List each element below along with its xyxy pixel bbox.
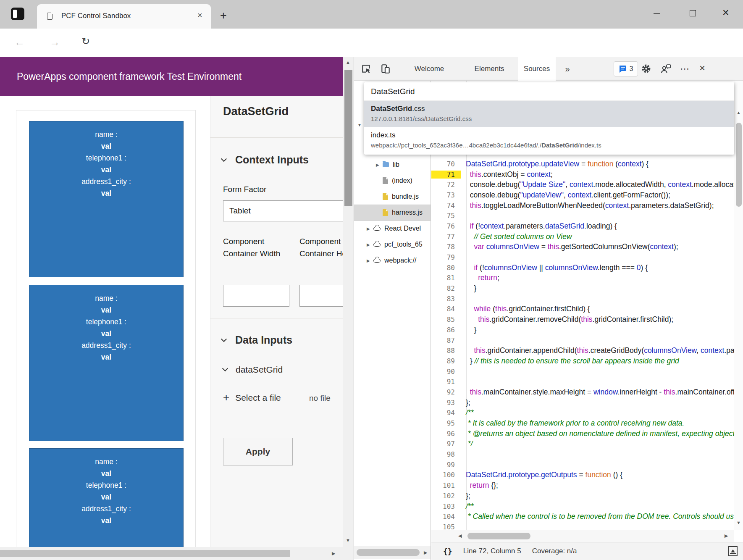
code-line[interactable]: 74 this.toggleLoadMoreButtonWhenNeeded(c…	[431, 200, 734, 211]
line-text[interactable]: /**	[461, 408, 473, 417]
line-text[interactable]: if (!context.parameters.dataSetGrid.load…	[461, 222, 617, 231]
line-text[interactable]: * Called when the control is to be remov…	[461, 512, 734, 521]
tree-item-harness-js[interactable]: harness.js	[354, 205, 431, 221]
line-text[interactable]: this.gridContainer.removeChild(this.grid…	[461, 315, 673, 324]
form-factor-select[interactable]: Tablet	[223, 200, 343, 221]
line-number[interactable]: 97	[431, 440, 461, 448]
line-text[interactable]: */	[461, 439, 473, 448]
code-line[interactable]: 89 } // this is needed to ensure the scr…	[431, 356, 734, 366]
scroll-down-icon[interactable]: ▼	[346, 538, 350, 543]
code-line[interactable]: 80 if (!columnsOnView || columnsOnView.l…	[431, 263, 734, 273]
browser-tab[interactable]: PCF Control Sandbox ×	[37, 4, 211, 29]
line-number[interactable]: 90	[431, 368, 461, 376]
back-icon[interactable]: ←	[14, 36, 25, 48]
code-line[interactable]: 78 var columnsOnView = this.getSortedCol…	[431, 242, 734, 252]
line-number[interactable]: 75	[431, 212, 461, 220]
scroll-left-icon[interactable]: ◀	[458, 533, 462, 539]
page-hscroll-thumb[interactable]	[0, 550, 290, 557]
quick-open-input[interactable]	[364, 82, 734, 101]
line-number[interactable]: 100	[431, 471, 461, 479]
code-line[interactable]: 95 * It is called by the framework prior…	[431, 418, 734, 429]
line-number[interactable]: 72	[431, 181, 461, 189]
line-text[interactable]: * It is called by the framework prior to…	[461, 419, 684, 428]
tab-close-icon[interactable]: ×	[197, 11, 202, 20]
line-text[interactable]: };	[461, 398, 470, 407]
code-line[interactable]: 71 this.contextObj = context;	[431, 169, 734, 180]
line-number[interactable]: 83	[431, 295, 461, 303]
line-number[interactable]: 74	[431, 202, 461, 210]
tab-sources[interactable]: Sources	[518, 57, 556, 81]
line-number[interactable]: 78	[431, 243, 461, 251]
navigator-hscroll-thumb[interactable]	[357, 549, 420, 556]
line-number[interactable]: 70	[431, 160, 461, 168]
code-line[interactable]: 87	[431, 335, 734, 346]
tab-elements[interactable]: Elements	[471, 57, 508, 81]
line-text[interactable]: var columnsOnView = this.getSortedColumn…	[461, 242, 678, 251]
dataset-grid-group[interactable]: dataSetGrid	[223, 365, 283, 375]
line-number[interactable]: 94	[431, 409, 461, 417]
line-number[interactable]: 96	[431, 430, 461, 438]
data-inputs-section[interactable]: Data Inputs	[222, 334, 292, 346]
devtools-menu-icon[interactable]: ⋯	[677, 57, 692, 81]
page-vertical-scrollbar[interactable]: ▲ ▼	[343, 57, 354, 547]
line-text[interactable]: DataSetGrid.prototype.getOutputs = funct…	[461, 471, 622, 479]
more-tabs-icon[interactable]: »	[560, 57, 575, 81]
tree-expand-icon[interactable]: ▶	[367, 258, 373, 263]
line-text[interactable]: return {};	[461, 481, 498, 490]
editor-hscroll-thumb[interactable]	[467, 533, 530, 539]
editor-vscroll-thumb[interactable]	[736, 123, 742, 207]
line-number[interactable]: 101	[431, 481, 461, 489]
tab-welcome[interactable]: Welcome	[411, 57, 447, 81]
refresh-icon[interactable]: ↻	[81, 35, 90, 47]
scroll-right-icon[interactable]: ▶	[424, 550, 427, 555]
line-number[interactable]: 105	[431, 523, 461, 530]
code-line[interactable]: 96 * @returns an object based on nomencl…	[431, 429, 734, 439]
page-horizontal-scrollbar[interactable]: ▶	[0, 547, 354, 560]
tree-expand-icon[interactable]: ▶	[376, 163, 383, 167]
code-line[interactable]: 101 return {};	[431, 480, 734, 491]
navigator-horizontal-scrollbar[interactable]: ▶	[354, 546, 431, 559]
show-drawer-icon[interactable]	[728, 546, 738, 556]
context-inputs-section[interactable]: Context Inputs	[222, 154, 309, 166]
line-number[interactable]: 93	[431, 399, 461, 407]
code-line[interactable]: 94/**	[431, 408, 734, 418]
line-number[interactable]: 98	[431, 450, 461, 458]
line-number[interactable]: 87	[431, 337, 461, 344]
line-number[interactable]: 73	[431, 191, 461, 199]
scroll-right-icon[interactable]: ▶	[725, 533, 728, 539]
line-number[interactable]: 92	[431, 388, 461, 396]
code-area[interactable]: 70DataSetGrid.prototype.updateView = fun…	[431, 159, 734, 530]
line-text[interactable]: /**	[461, 502, 473, 511]
line-number[interactable]: 76	[431, 222, 461, 230]
code-line[interactable]: 81 return;	[431, 273, 734, 284]
line-text[interactable]: console.debug("updateView", context.clie…	[461, 191, 670, 200]
window-maximize-button[interactable]	[690, 10, 696, 16]
line-number[interactable]: 86	[431, 326, 461, 334]
code-line[interactable]: 104 * Called when the control is to be r…	[431, 511, 734, 522]
select-file-button[interactable]: + Select a file	[223, 391, 281, 404]
line-number[interactable]: 77	[431, 233, 461, 241]
code-line[interactable]: 76 if (!context.parameters.dataSetGrid.l…	[431, 221, 734, 231]
line-number[interactable]: 71	[431, 171, 461, 179]
scroll-up-icon[interactable]: ▲	[346, 60, 350, 65]
line-text[interactable]: } // this is needed to ensure the scroll…	[461, 357, 679, 365]
line-number[interactable]: 99	[431, 461, 461, 469]
feedback-people-icon[interactable]	[660, 63, 672, 74]
pretty-print-icon[interactable]: {}	[443, 547, 452, 556]
code-line[interactable]: 100DataSetGrid.prototype.getOutputs = fu…	[431, 470, 734, 481]
inspect-element-icon[interactable]	[361, 63, 372, 74]
tree-item-pcf-tools-65[interactable]: ▶pcf_tools_65	[354, 237, 431, 252]
line-text[interactable]: }	[461, 284, 476, 293]
code-line[interactable]: 75	[431, 210, 734, 221]
line-number[interactable]: 102	[431, 492, 461, 500]
code-line[interactable]: 72 console.debug("Update Size", context.…	[431, 179, 734, 190]
code-line[interactable]: 86 }	[431, 325, 734, 335]
line-text[interactable]: };	[461, 492, 470, 500]
line-text[interactable]: this.toggleLoadMoreButtonWhenNeeded(cont…	[461, 201, 714, 210]
line-number[interactable]: 85	[431, 315, 461, 323]
editor-horizontal-scrollbar[interactable]: ◀ ▶	[431, 530, 734, 542]
tree-item-react-devel[interactable]: ▶React Devel	[354, 221, 431, 237]
tree-expand-icon[interactable]: ▶	[367, 226, 373, 231]
tree-item--index-[interactable]: (index)	[354, 173, 431, 189]
devtools-close-icon[interactable]: ×	[699, 62, 705, 74]
